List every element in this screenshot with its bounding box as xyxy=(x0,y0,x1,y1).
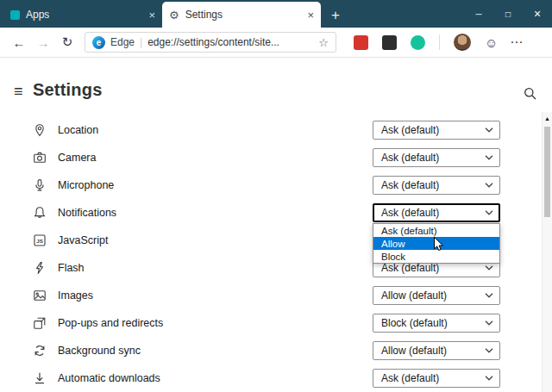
tab-close-icon[interactable]: × xyxy=(307,9,314,21)
maximize-button[interactable]: □ xyxy=(493,0,523,28)
chevron-down-icon xyxy=(485,293,493,298)
dropdown-option-ask[interactable]: Ask (default) xyxy=(373,224,499,237)
selected-value: Block (default) xyxy=(381,317,448,329)
url-text: edge://settings/content/site... xyxy=(147,36,279,48)
tab-settings[interactable]: ⚙ Settings × xyxy=(162,2,321,28)
setting-label: Flash xyxy=(58,262,85,274)
background-sync-dropdown[interactable]: Allow (default) xyxy=(373,341,500,360)
setting-row-images: Images Allow (default) xyxy=(0,282,542,309)
images-icon xyxy=(33,289,47,302)
javascript-icon: JS xyxy=(33,233,47,247)
chevron-down-icon xyxy=(485,155,493,160)
window-close-button[interactable]: × xyxy=(523,0,552,28)
selected-value: Ask (default) xyxy=(381,124,439,136)
chevron-down-icon xyxy=(485,183,493,188)
browser-toolbar: ← → ↻ e Edge | edge://settings/content/s… xyxy=(0,28,552,58)
microphone-dropdown[interactable]: Ask (default) xyxy=(373,176,500,195)
edge-logo-icon: e xyxy=(92,36,105,49)
setting-label: Location xyxy=(58,124,98,136)
scrollbar-thumb[interactable] xyxy=(544,127,550,217)
setting-row-automatic-downloads: Automatic downloads Ask (default) xyxy=(0,364,542,392)
chevron-down-icon xyxy=(485,210,493,215)
selected-value: Ask (default) xyxy=(381,207,439,219)
popups-dropdown[interactable]: Block (default) xyxy=(373,314,500,333)
sync-icon xyxy=(33,344,47,358)
setting-label: Automatic downloads xyxy=(58,372,160,384)
hamburger-menu-icon[interactable]: ≡ xyxy=(14,83,23,101)
location-icon xyxy=(33,123,47,137)
selected-value: Ask (default) xyxy=(381,179,439,191)
setting-label: Microphone xyxy=(58,179,114,191)
chevron-down-icon xyxy=(485,128,493,133)
setting-label: JavaScript xyxy=(58,234,108,246)
address-separator: | xyxy=(140,36,142,48)
profile-avatar[interactable] xyxy=(454,34,471,51)
download-icon xyxy=(33,371,47,385)
scrollbar-up-arrow[interactable]: ▲ xyxy=(543,112,552,124)
selected-value: Ask (default) xyxy=(381,262,439,274)
feedback-smiley-icon[interactable]: ☺ xyxy=(485,35,498,50)
search-icon[interactable] xyxy=(524,87,536,103)
edge-label: Edge xyxy=(110,36,135,48)
selected-value: Allow (default) xyxy=(381,289,447,302)
flash-icon xyxy=(33,261,47,275)
setting-row-camera: Camera Ask (default) xyxy=(0,144,542,171)
selected-value: Ask (default) xyxy=(381,152,439,164)
overflow-menu-icon[interactable]: ⋯ xyxy=(510,34,524,50)
camera-icon xyxy=(33,151,47,165)
browser-tab-bar: Apps × ⚙ Settings × + ─ □ × xyxy=(0,0,552,28)
selected-value: Ask (default) xyxy=(381,372,439,384)
camera-dropdown[interactable]: Ask (default) xyxy=(373,148,500,167)
page-scrollbar[interactable]: ▲ xyxy=(542,112,552,392)
selected-value: Allow (default) xyxy=(381,345,447,357)
microphone-icon xyxy=(33,178,47,192)
tab-label: Apps xyxy=(26,9,49,21)
gear-icon: ⚙ xyxy=(169,9,179,22)
bell-icon xyxy=(33,206,47,220)
forward-button[interactable]: → xyxy=(33,35,53,50)
minimize-button[interactable]: ─ xyxy=(464,0,493,28)
page-title: Settings xyxy=(33,80,103,100)
tab-apps[interactable]: Apps × xyxy=(3,2,162,28)
toolbar-divider xyxy=(439,34,440,50)
chevron-down-icon xyxy=(485,320,493,326)
setting-label: Background sync xyxy=(58,345,141,357)
popup-window-icon xyxy=(33,316,47,330)
setting-label: Notifications xyxy=(58,207,116,219)
setting-row-popups: Pop-ups and redirects Block (default) xyxy=(0,309,542,337)
favorite-star-icon[interactable]: ☆ xyxy=(318,36,329,49)
setting-label: Camera xyxy=(58,152,96,164)
setting-row-background-sync: Background sync Allow (default) xyxy=(0,337,542,364)
location-dropdown[interactable]: Ask (default) xyxy=(373,121,500,140)
tab-close-icon[interactable]: × xyxy=(148,9,155,21)
extension-dark-icon[interactable] xyxy=(382,35,397,50)
back-button[interactable]: ← xyxy=(9,35,29,50)
apps-tab-icon xyxy=(10,10,20,20)
svg-text:JS: JS xyxy=(36,238,43,244)
chevron-down-icon xyxy=(485,265,493,271)
setting-label: Images xyxy=(58,289,93,302)
setting-row-location: Location Ask (default) xyxy=(0,116,542,144)
tab-label: Settings xyxy=(185,9,223,21)
window-controls: ─ □ × xyxy=(464,0,552,28)
images-dropdown[interactable]: Allow (default) xyxy=(373,286,500,305)
chevron-down-icon xyxy=(485,376,493,381)
extension-red-icon[interactable] xyxy=(354,35,368,50)
new-tab-button[interactable]: + xyxy=(331,8,340,22)
extension-green-icon[interactable] xyxy=(411,35,425,50)
mouse-cursor xyxy=(433,236,444,252)
chevron-down-icon xyxy=(485,348,493,353)
refresh-button[interactable]: ↻ xyxy=(57,34,78,50)
automatic-downloads-dropdown[interactable]: Ask (default) xyxy=(373,369,500,388)
address-bar[interactable]: e Edge | edge://settings/content/site...… xyxy=(85,32,336,53)
setting-row-microphone: Microphone Ask (default) xyxy=(0,171,542,199)
setting-label: Pop-ups and redirects xyxy=(58,317,163,329)
notifications-dropdown[interactable]: Ask (default) xyxy=(373,203,500,222)
